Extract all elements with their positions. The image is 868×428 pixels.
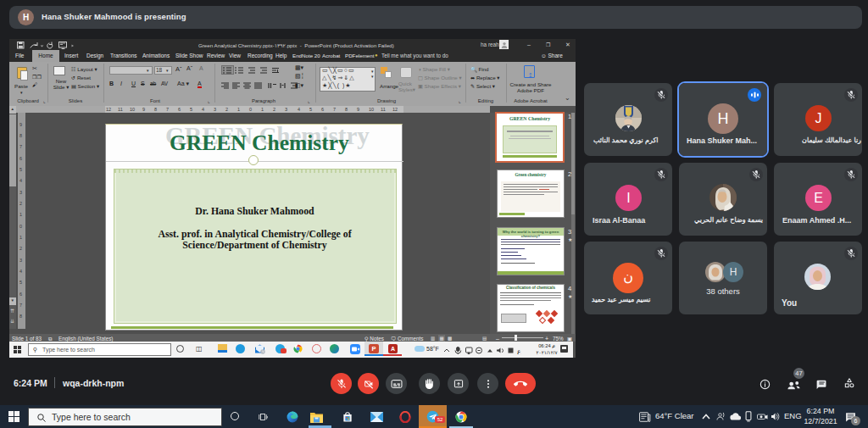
svg-text:ع: ع: [517, 347, 521, 355]
